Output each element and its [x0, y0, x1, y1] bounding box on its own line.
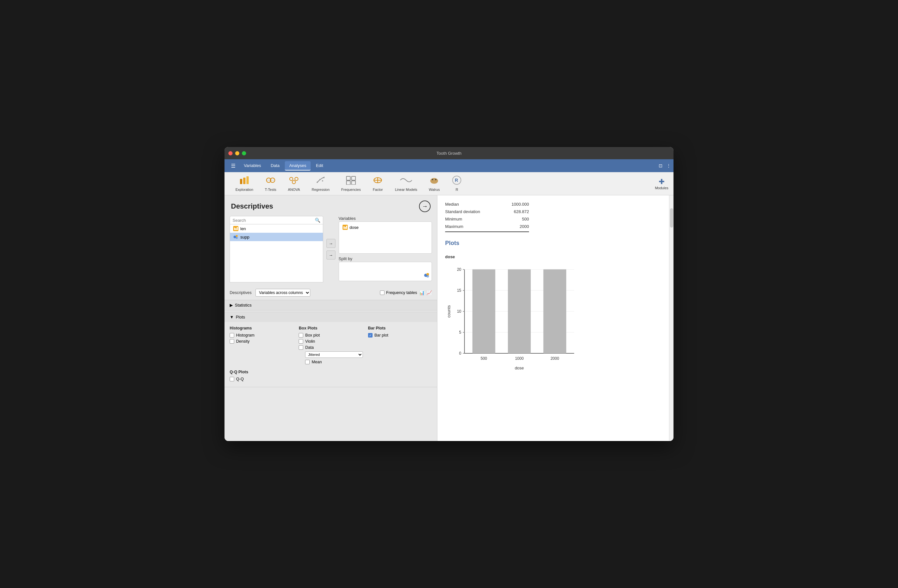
left-panel: Descriptives → 🔍	[224, 195, 437, 441]
mean-label: Mean	[312, 360, 321, 364]
menu-data[interactable]: Data	[266, 161, 284, 170]
density-label: Density	[236, 339, 250, 344]
toolbar-linear-models[interactable]: Linear Models	[389, 173, 423, 194]
toolbar-icon-right[interactable]: ⊡	[659, 163, 663, 168]
freq-icon2: 📈	[426, 290, 432, 295]
svg-point-38	[426, 275, 429, 278]
hamburger-menu[interactable]: ☰	[227, 163, 239, 169]
toolbar-frequencies[interactable]: Frequencies	[335, 173, 367, 194]
qq-checkbox[interactable]: Q-Q	[230, 377, 432, 381]
modules-button[interactable]: ✚ Modules	[655, 178, 668, 190]
minimize-button[interactable]	[235, 151, 239, 155]
toolbar-r[interactable]: R R	[446, 173, 468, 194]
close-button[interactable]	[228, 151, 232, 155]
options-row: Descriptives Variables across columns Fr…	[224, 286, 437, 299]
svg-text:2000: 2000	[550, 356, 559, 361]
mean-checkbox[interactable]: Mean	[305, 360, 363, 364]
plots-label: Plots	[236, 315, 245, 319]
violin-checkbox[interactable]: Violin	[299, 339, 363, 344]
statistics-header[interactable]: ▶ Statistics	[224, 300, 437, 310]
search-icon: 🔍	[315, 218, 320, 223]
density-checkbox[interactable]: Density	[230, 339, 294, 344]
svg-text:5: 5	[459, 330, 461, 335]
move-to-splitby-btn[interactable]: →	[326, 250, 335, 259]
menu-items: Variables Data Analyses Edit	[239, 161, 328, 170]
var-item-len[interactable]: len	[230, 224, 323, 233]
svg-point-32	[236, 237, 238, 239]
r-label: R	[456, 187, 458, 192]
traffic-lights	[228, 151, 246, 155]
violin-label: Violin	[305, 339, 315, 344]
svg-text:500: 500	[481, 356, 487, 361]
svg-point-31	[236, 235, 238, 237]
dose-item: dose	[341, 224, 429, 231]
ttests-icon	[266, 176, 276, 187]
plots-header[interactable]: ▼ Plots	[224, 312, 437, 322]
svg-rect-16	[352, 181, 355, 185]
plots-arrow: ▼	[230, 315, 234, 319]
svg-rect-15	[346, 181, 350, 185]
plots-grid: Histograms Histogram Density	[230, 326, 432, 366]
qq-title: Q-Q Plots	[230, 370, 432, 374]
histogram-checkbox[interactable]: Histogram	[230, 333, 294, 338]
nominal-icon	[233, 234, 238, 239]
toolbar-ttests[interactable]: T-Tests	[259, 173, 282, 194]
histograms-group: Histograms Histogram Density	[230, 326, 294, 366]
data-label: Data	[305, 345, 314, 350]
svg-rect-28	[235, 228, 237, 230]
toolbar-items: Exploration T-Tests	[230, 173, 468, 194]
svg-point-20	[430, 178, 438, 184]
search-row: 🔍	[230, 216, 323, 224]
dose-icon	[343, 225, 348, 230]
search-input[interactable]	[232, 218, 315, 223]
var-item-supp[interactable]: supp	[230, 233, 323, 241]
jittered-select[interactable]: Jittered Stacked None	[305, 352, 363, 358]
toolbar-walrus[interactable]: Walrus	[423, 173, 446, 194]
svg-rect-33	[343, 226, 344, 229]
variables-dropzone[interactable]: dose	[339, 221, 432, 254]
check-mark: ✓	[369, 334, 372, 337]
freq-tables-row: Frequency tables 📊 📈	[380, 290, 432, 295]
toolbar-anova[interactable]: ANOVA	[282, 173, 306, 194]
boxplot-checkbox[interactable]: Box plot	[299, 333, 363, 338]
svg-point-30	[234, 236, 236, 238]
scrollbar-thumb[interactable]	[670, 208, 673, 227]
panel-title: Descriptives	[231, 202, 273, 210]
forward-button[interactable]: →	[419, 201, 431, 212]
barplot-checkbox[interactable]: ✓ Bar plot	[368, 333, 432, 338]
var-list: len supp	[230, 224, 323, 282]
exploration-icon	[239, 176, 250, 187]
toolbar-exploration[interactable]: Exploration	[230, 173, 259, 194]
exploration-label: Exploration	[235, 187, 253, 192]
bar-500	[472, 270, 495, 353]
more-options-icon[interactable]: ⋮	[666, 163, 671, 168]
split-by-dropzone[interactable]	[339, 262, 432, 281]
svg-point-6	[290, 177, 293, 181]
menu-variables[interactable]: Variables	[239, 161, 266, 170]
anova-icon	[289, 176, 299, 187]
svg-text:dose: dose	[515, 365, 524, 370]
menu-edit[interactable]: Edit	[311, 161, 328, 170]
descriptives-select[interactable]: Variables across columns	[255, 289, 310, 296]
svg-point-10	[319, 179, 321, 180]
chart-area: dose 0 5 10	[445, 252, 661, 375]
stats-row-sd: Standard deviation 628.872	[445, 208, 529, 215]
freq-tables-checkbox[interactable]: Frequency tables	[380, 290, 417, 295]
linear-models-label: Linear Models	[395, 187, 417, 192]
barplot-label: Bar plot	[375, 333, 388, 338]
factor-icon	[372, 176, 383, 187]
ttests-label: T-Tests	[265, 187, 276, 192]
fullscreen-button[interactable]	[242, 151, 246, 155]
stat-label-min: Minimum	[445, 215, 503, 223]
move-to-variables-btn[interactable]: →	[326, 239, 335, 248]
menu-analyses[interactable]: Analyses	[285, 161, 311, 170]
statistics-label: Statistics	[235, 303, 252, 307]
box-plots-group: Box Plots Box plot Violin	[299, 326, 363, 366]
variables-area: 🔍 len	[224, 216, 437, 286]
data-checkbox[interactable]: Data	[299, 345, 363, 350]
walrus-icon	[429, 176, 439, 187]
svg-point-22	[435, 179, 437, 180]
right-scrollbar[interactable]	[669, 195, 674, 441]
toolbar-regression[interactable]: Regression	[306, 173, 335, 194]
toolbar-factor[interactable]: Factor	[366, 173, 389, 194]
